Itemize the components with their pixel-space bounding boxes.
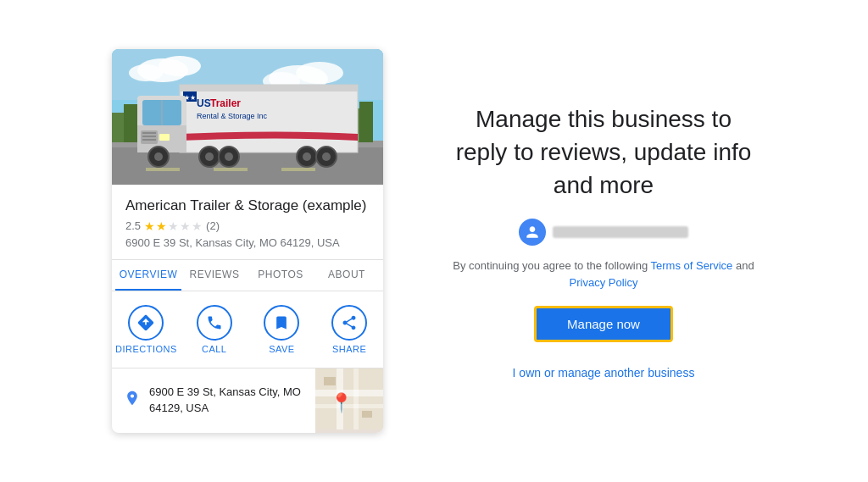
terms-mid: and bbox=[732, 259, 754, 272]
share-label: SHARE bbox=[332, 344, 366, 354]
save-button[interactable]: SAVE bbox=[248, 298, 316, 361]
terms-text: By continuing you agree to the following… bbox=[451, 258, 756, 291]
business-image: US Trailer Rental & Storage Inc ★★ bbox=[112, 49, 383, 185]
user-info bbox=[553, 226, 688, 238]
terms-prefix: By continuing you agree to the following bbox=[453, 259, 650, 272]
call-icon bbox=[197, 305, 232, 341]
privacy-policy-link[interactable]: Privacy Policy bbox=[570, 276, 638, 289]
svg-point-40 bbox=[303, 152, 311, 161]
rating-row: 2.5 ★ ★ ★ ★ ★ (2) bbox=[125, 219, 370, 233]
svg-rect-49 bbox=[362, 411, 372, 418]
svg-point-34 bbox=[154, 152, 163, 161]
manage-now-button[interactable]: Manage now bbox=[534, 306, 673, 342]
business-address: 6900 E 39 St, Kansas City, MO 64129, USA bbox=[125, 236, 370, 249]
svg-rect-18 bbox=[180, 85, 358, 91]
directions-icon bbox=[128, 305, 164, 341]
svg-rect-46 bbox=[353, 368, 359, 429]
svg-rect-30 bbox=[142, 136, 156, 137]
action-buttons: DIRECTIONS CALL SAVE SHARE bbox=[112, 291, 383, 368]
user-avatar bbox=[519, 219, 546, 246]
business-card: US Trailer Rental & Storage Inc ★★ bbox=[112, 49, 383, 432]
review-count: (2) bbox=[206, 219, 220, 232]
directions-label: DIRECTIONS bbox=[115, 344, 177, 354]
svg-text:📍: 📍 bbox=[330, 391, 353, 414]
svg-point-36 bbox=[205, 152, 214, 161]
star-rating: ★ ★ ★ ★ ★ bbox=[144, 219, 203, 233]
svg-rect-12 bbox=[281, 168, 315, 171]
card-location: 6900 E 39 St, Kansas City, MO 64129, USA… bbox=[112, 368, 383, 433]
location-pin-icon bbox=[124, 390, 141, 411]
star-3: ★ bbox=[168, 219, 179, 233]
call-label: CALL bbox=[202, 344, 227, 354]
svg-point-3 bbox=[159, 56, 201, 76]
svg-point-4 bbox=[129, 64, 163, 81]
truck-illustration: US Trailer Rental & Storage Inc ★★ bbox=[112, 49, 383, 185]
save-icon bbox=[264, 305, 299, 341]
star-1: ★ bbox=[144, 219, 155, 233]
manage-another-link[interactable]: I own or manage another business bbox=[513, 366, 695, 380]
page-container: US Trailer Rental & Storage Inc ★★ bbox=[0, 32, 868, 449]
svg-text:Rental & Storage Inc: Rental & Storage Inc bbox=[197, 112, 268, 120]
svg-point-6 bbox=[296, 62, 343, 84]
svg-rect-16 bbox=[359, 102, 373, 142]
svg-rect-11 bbox=[214, 168, 248, 171]
svg-rect-31 bbox=[142, 139, 156, 141]
star-4: ★ bbox=[180, 219, 191, 233]
card-tabs: OVERVIEW REVIEWS PHOTOS ABOUT bbox=[112, 259, 383, 291]
right-panel: Manage this business to reply to reviews… bbox=[451, 102, 756, 380]
svg-rect-14 bbox=[124, 104, 139, 142]
call-button[interactable]: CALL bbox=[181, 298, 248, 361]
manage-title: Manage this business to reply to reviews… bbox=[451, 102, 756, 202]
svg-rect-10 bbox=[146, 168, 180, 171]
svg-rect-13 bbox=[112, 113, 125, 142]
location-address: 6900 E 39 St, Kansas City, MO 64129, USA bbox=[149, 385, 303, 415]
share-button[interactable]: SHARE bbox=[315, 298, 383, 361]
svg-text:Trailer: Trailer bbox=[210, 97, 241, 109]
rating-number: 2.5 bbox=[125, 219, 141, 232]
business-name: American Trailer & Storage (example) bbox=[125, 197, 370, 215]
svg-rect-29 bbox=[142, 132, 156, 134]
location-info: 6900 E 39 St, Kansas City, MO 64129, USA bbox=[112, 368, 315, 433]
user-row bbox=[519, 219, 688, 246]
share-icon bbox=[331, 305, 367, 341]
svg-point-42 bbox=[322, 152, 331, 161]
tab-overview[interactable]: OVERVIEW bbox=[115, 260, 181, 291]
terms-of-service-link[interactable]: Terms of Service bbox=[651, 259, 733, 272]
tab-photos[interactable]: PHOTOS bbox=[248, 260, 314, 291]
svg-text:US: US bbox=[197, 97, 211, 109]
save-label: SAVE bbox=[269, 344, 295, 354]
directions-button[interactable]: DIRECTIONS bbox=[112, 298, 181, 361]
card-body: American Trailer & Storage (example) 2.5… bbox=[112, 185, 383, 248]
svg-point-38 bbox=[225, 152, 233, 161]
tab-about[interactable]: ABOUT bbox=[314, 260, 380, 291]
map-thumbnail[interactable]: 📍 bbox=[315, 368, 383, 433]
svg-rect-32 bbox=[159, 134, 170, 141]
star-5: ★ bbox=[192, 219, 203, 233]
svg-rect-48 bbox=[324, 377, 336, 385]
star-2: ★ bbox=[156, 219, 167, 233]
tab-reviews[interactable]: REVIEWS bbox=[181, 260, 248, 291]
